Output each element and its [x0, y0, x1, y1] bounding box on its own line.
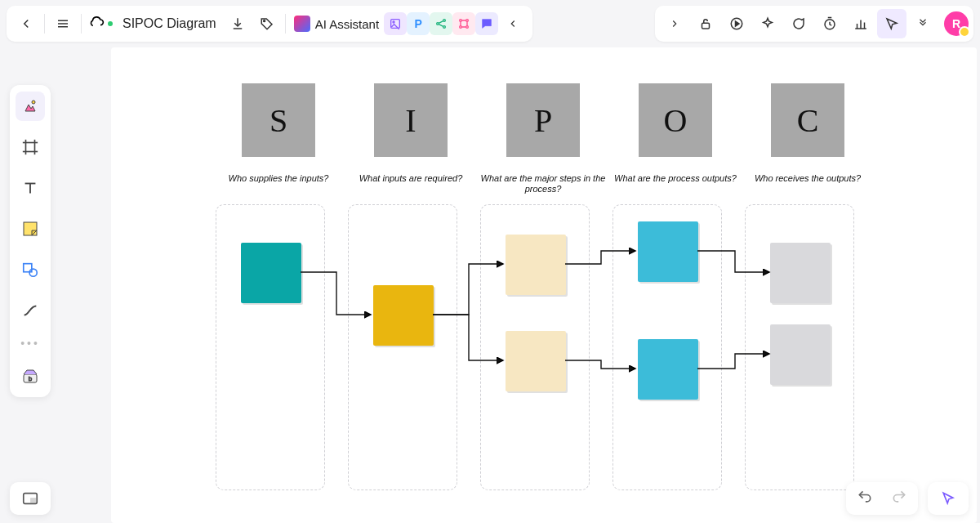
divider: [285, 14, 286, 34]
svg-point-3: [263, 20, 265, 22]
svg-line-10: [439, 25, 443, 27]
library-tool[interactable]: b: [16, 361, 45, 391]
sipoc-lanes: [216, 204, 854, 490]
card-supplier[interactable]: [241, 243, 301, 303]
svg-point-23: [32, 101, 35, 104]
frame-tool[interactable]: [16, 132, 45, 162]
header-p[interactable]: P: [506, 83, 580, 157]
card-output-1[interactable]: [638, 221, 698, 282]
collapse-toolbar-button[interactable]: [498, 9, 528, 38]
text-tool[interactable]: [16, 173, 45, 203]
svg-point-11: [460, 20, 462, 22]
card-process-1[interactable]: [506, 235, 566, 295]
svg-point-12: [466, 20, 469, 22]
svg-point-6: [437, 23, 439, 25]
svg-point-7: [443, 20, 446, 22]
chat-button[interactable]: [784, 9, 813, 38]
subtext-i: What inputs are required?: [345, 173, 476, 184]
ai-logo-icon: [294, 16, 310, 32]
header-o[interactable]: O: [639, 83, 712, 157]
document-title[interactable]: SIPOC Diagram: [116, 16, 223, 31]
image-tool-button[interactable]: [384, 12, 407, 35]
sticky-tool[interactable]: [16, 214, 45, 244]
ai-label: AI Assistant: [315, 17, 379, 31]
card-customer-2[interactable]: [770, 324, 831, 385]
connector-tool[interactable]: [16, 296, 45, 325]
subtext-p: What are the major steps in the process?: [478, 173, 608, 194]
download-button[interactable]: [223, 9, 252, 38]
divider: [44, 14, 45, 34]
lane-outputs[interactable]: [612, 204, 722, 490]
cursor-mode-button[interactable]: [928, 482, 969, 515]
svg-marker-17: [736, 21, 740, 26]
subtext-c: Who receives the outputs?: [742, 173, 873, 184]
lane-process[interactable]: [480, 204, 590, 490]
lane-inputs[interactable]: [348, 204, 457, 490]
share-tool-button[interactable]: [430, 12, 452, 35]
timer-button[interactable]: [815, 9, 844, 38]
undo-redo-group: [846, 482, 918, 515]
chart-button[interactable]: [846, 9, 875, 38]
play-button[interactable]: [722, 9, 751, 38]
card-output-2[interactable]: [638, 339, 698, 400]
lane-suppliers[interactable]: [216, 204, 325, 490]
mindmap-tool-button[interactable]: [452, 12, 475, 35]
svg-point-8: [443, 26, 446, 29]
lane-customers[interactable]: [745, 204, 854, 490]
sparkle-button[interactable]: [753, 9, 782, 38]
sipoc-headers: S Who supplies the inputs? I What inputs…: [242, 83, 844, 194]
canvas[interactable]: S Who supplies the inputs? I What inputs…: [72, 47, 980, 523]
ai-assistant-button[interactable]: AI Assistant: [289, 16, 384, 32]
svg-point-14: [466, 26, 469, 29]
avatar[interactable]: R: [944, 11, 969, 36]
pointer-button[interactable]: [877, 9, 906, 38]
card-customer-1[interactable]: [770, 243, 831, 303]
toolbox: ••• b: [10, 85, 51, 397]
tag-button[interactable]: [252, 9, 282, 38]
undo-button[interactable]: [857, 489, 873, 508]
avatar-initial: R: [952, 17, 960, 30]
redo-button[interactable]: [891, 489, 907, 508]
svg-line-9: [439, 21, 443, 24]
svg-rect-36: [31, 498, 35, 503]
svg-point-5: [393, 21, 394, 23]
back-button[interactable]: [11, 9, 41, 38]
svg-point-13: [460, 26, 462, 29]
svg-rect-15: [702, 23, 710, 29]
card-process-2[interactable]: [506, 331, 566, 391]
svg-text:b: b: [29, 375, 33, 382]
comments-tool-button[interactable]: [475, 12, 498, 35]
prev-page-button[interactable]: [660, 9, 689, 38]
templates-tool[interactable]: [16, 92, 45, 121]
card-input[interactable]: [373, 285, 434, 346]
more-tools-icon[interactable]: •••: [20, 337, 40, 350]
presentation-tool-button[interactable]: P: [407, 12, 430, 35]
header-c[interactable]: C: [771, 83, 844, 157]
svg-point-32: [29, 269, 37, 276]
sync-status: [85, 16, 116, 32]
subtext-s: Who supplies the inputs?: [213, 173, 344, 184]
header-s[interactable]: S: [242, 83, 315, 157]
more-toolbar-button[interactable]: [908, 9, 938, 38]
minimap-button[interactable]: [10, 482, 51, 515]
divider: [81, 14, 82, 34]
subtext-o: What are the process outputs?: [610, 173, 741, 184]
lock-button[interactable]: [691, 9, 720, 38]
header-i[interactable]: I: [374, 83, 448, 157]
shape-tool[interactable]: [16, 255, 45, 284]
menu-button[interactable]: [48, 9, 78, 38]
svg-rect-30: [24, 222, 37, 235]
